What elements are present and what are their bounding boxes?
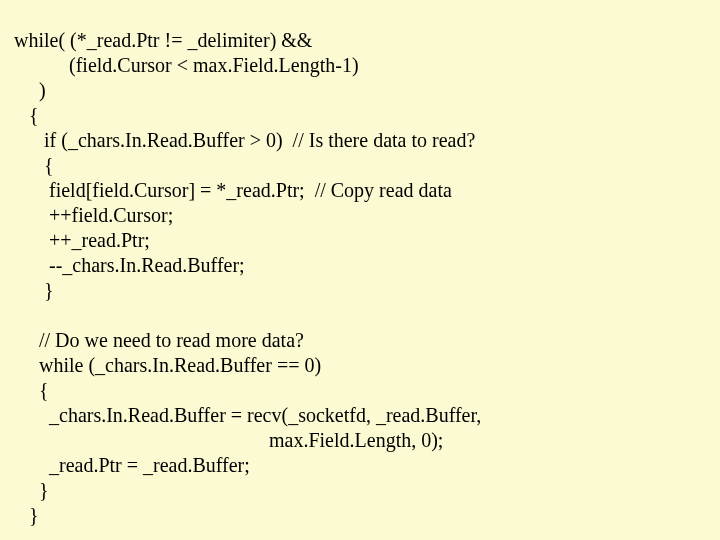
code-block: while( (*_read.Ptr != _delimiter) && (fi… xyxy=(0,0,720,528)
